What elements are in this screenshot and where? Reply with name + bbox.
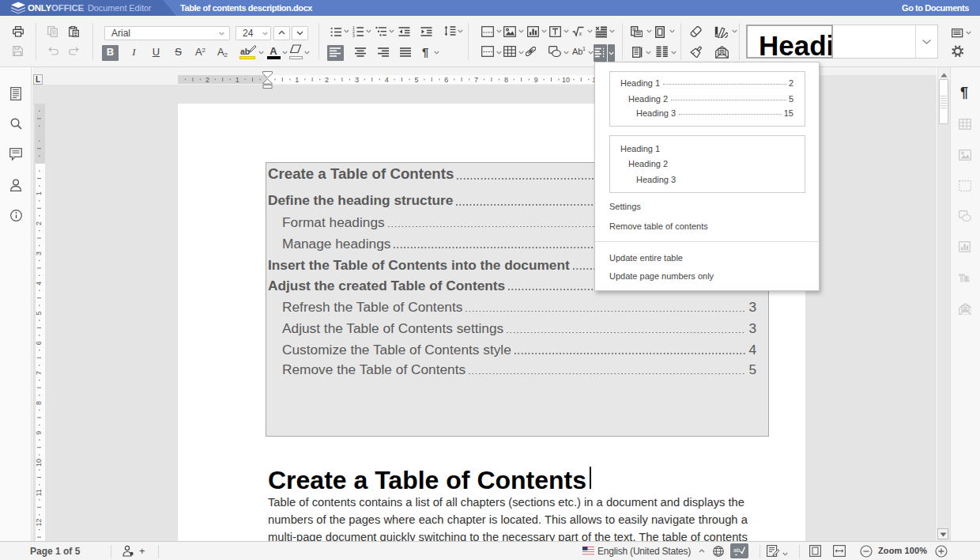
svg-text:x: x <box>579 30 582 37</box>
svg-text:Ta: Ta <box>959 273 969 284</box>
svg-text:10: 10 <box>562 76 570 84</box>
svg-text:5: 5 <box>414 76 418 84</box>
svg-text:3: 3 <box>352 33 355 38</box>
svg-text:3: 3 <box>355 76 359 84</box>
svg-text:8: 8 <box>504 76 508 84</box>
svg-text:6: 6 <box>35 341 43 345</box>
svg-text:2: 2 <box>325 76 329 84</box>
svg-text:8: 8 <box>35 401 43 405</box>
svg-text:3: 3 <box>35 252 43 255</box>
svg-text:1: 1 <box>35 191 43 195</box>
svg-text:ab: ab <box>733 547 740 554</box>
svg-text:9: 9 <box>35 431 43 435</box>
svg-text:1: 1 <box>582 46 586 51</box>
svg-text:9: 9 <box>534 76 538 84</box>
svg-text:11: 11 <box>35 489 43 496</box>
svg-text:1: 1 <box>295 76 299 84</box>
svg-text:7: 7 <box>35 371 43 375</box>
svg-text:4: 4 <box>385 76 389 84</box>
svg-text:2: 2 <box>35 221 43 225</box>
svg-text:6: 6 <box>444 76 448 84</box>
svg-text:12: 12 <box>35 519 43 527</box>
svg-text:5: 5 <box>35 311 43 315</box>
svg-text:Ab: Ab <box>572 47 582 56</box>
svg-text:10: 10 <box>35 459 43 467</box>
svg-text:1: 1 <box>236 76 239 84</box>
svg-text:2: 2 <box>205 76 209 84</box>
svg-text:4: 4 <box>35 282 43 286</box>
svg-text:7: 7 <box>474 76 478 84</box>
